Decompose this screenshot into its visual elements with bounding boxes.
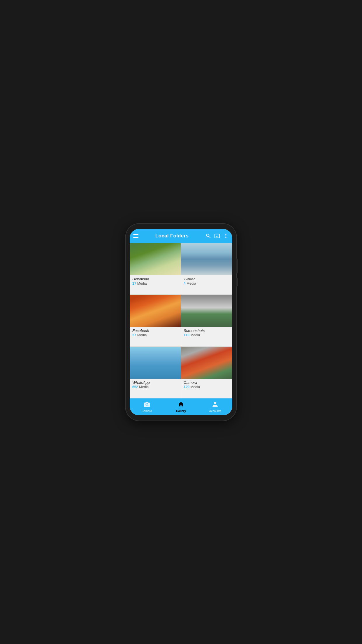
folder-count-screenshots: 110 Media [184,333,230,337]
folder-name-screenshots: Screenshots [184,328,230,333]
top-bar: Local Folders [130,229,232,243]
gallery-view-button[interactable] [214,233,220,239]
folder-item-whatsapp[interactable]: WhatsApp652 Media [130,346,181,398]
folder-item-camera[interactable]: Camera129 Media [181,346,232,398]
folder-count-num-whatsapp: 652 [132,385,138,389]
nav-icon-gallery [178,401,184,409]
folder-info-facebook: Facebook27 Media [130,327,181,339]
folder-item-twitter[interactable]: Twitter4 Media [181,243,232,295]
nav-label-gallery: Gallery [176,410,186,413]
folder-thumb-download [130,243,181,275]
folder-thumb-whatsapp [130,347,181,379]
folder-info-download: Download17 Media [130,275,181,288]
folder-info-whatsapp: WhatsApp652 Media [130,379,181,391]
folder-thumb-screenshots [181,295,232,327]
folder-count-camera: 129 Media [184,385,230,389]
menu-button[interactable] [133,234,138,238]
folder-count-whatsapp: 652 Media [132,385,178,389]
folder-name-download: Download [132,277,178,281]
folder-thumb-camera [181,347,232,379]
nav-icon-camera [144,401,150,409]
folder-info-camera: Camera129 Media [181,379,232,391]
folder-info-twitter: Twitter4 Media [181,275,232,288]
folder-item-facebook[interactable]: Facebook27 Media [130,295,181,346]
folder-name-camera: Camera [184,380,230,385]
side-button-2 [236,278,238,286]
folder-count-num-download: 17 [132,281,136,286]
folder-count-download: 17 Media [132,281,178,286]
nav-label-accounts: Accounts [209,410,221,413]
folder-thumb-facebook [130,295,181,327]
nav-icon-accounts [212,401,218,409]
folder-thumb-twitter [181,243,232,275]
folder-count-num-facebook: 27 [132,333,136,337]
side-button-1 [236,259,238,273]
folders-grid: Download17 MediaTwitter4 MediaFacebook27… [130,243,232,398]
nav-item-gallery[interactable]: Gallery [164,401,198,413]
nav-item-accounts[interactable]: Accounts [198,401,232,413]
folder-count-num-camera: 129 [184,385,189,389]
folder-count-num-twitter: 4 [184,281,186,286]
bottom-nav: CameraGalleryAccounts [130,398,232,415]
nav-item-camera[interactable]: Camera [130,401,164,413]
page-title: Local Folders [138,233,205,239]
search-button[interactable] [205,233,211,239]
folder-item-screenshots[interactable]: Screenshots110 Media [181,295,232,346]
nav-label-camera: Camera [142,410,152,413]
top-bar-icons [205,233,229,239]
more-options-button[interactable] [223,233,229,239]
folder-name-twitter: Twitter [184,277,230,281]
phone-screen: Local Folders [130,229,232,415]
folder-count-twitter: 4 Media [184,281,230,286]
folder-count-num-screenshots: 110 [184,333,189,337]
folder-name-facebook: Facebook [132,328,178,333]
folder-name-whatsapp: WhatsApp [132,380,178,385]
folder-count-facebook: 27 Media [132,333,178,337]
folder-info-screenshots: Screenshots110 Media [181,327,232,339]
phone-frame: Local Folders [126,224,236,421]
folder-item-download[interactable]: Download17 Media [130,243,181,295]
